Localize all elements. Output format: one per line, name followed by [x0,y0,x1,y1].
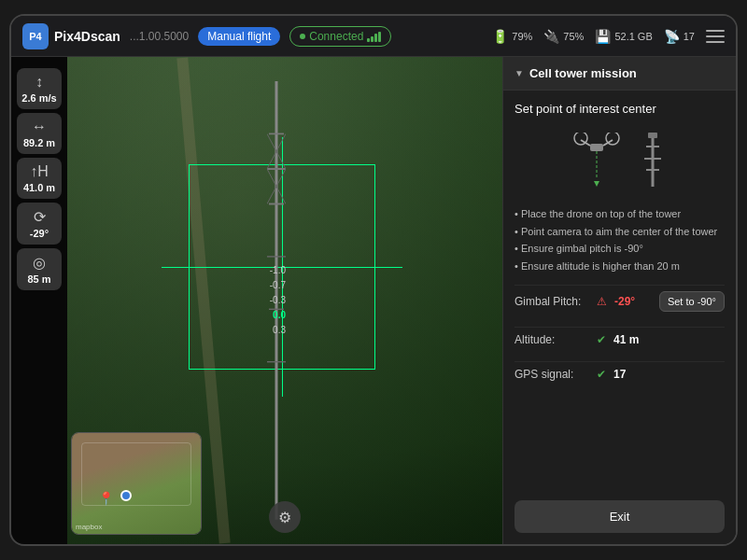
storage-icon: 💾 [595,29,611,44]
gps-param-value: 17 [613,368,626,381]
signal-bars [367,31,381,42]
gps-ok-icon: ✔ [597,368,606,381]
alt-scale-3: -0.3 [270,293,286,308]
signal-bar-3 [374,34,377,42]
main-content: ↕ 2.6 m/s ↔ 89.2 m ↑H 41.0 m ⟳ -29° ◎ 85… [11,57,736,544]
alt-scale-2: -0.7 [270,278,286,293]
gimbal-icon: ⟳ [34,208,46,226]
battery1-icon: 🔋 [492,29,508,44]
signal-bar-4 [378,32,381,42]
gimbal-value: -29° [30,228,49,239]
gimbal-pitch-value: -29° [614,295,635,308]
speed-value: 2.6 m/s [21,92,56,104]
flight-mode-badge[interactable]: Manual flight [198,27,280,46]
altitude-row: Altitude: ✔ 41 m [514,327,725,352]
storage-value: 52.1 GB [614,31,652,42]
instruction-bullets: Place the drone on top of the tower Poin… [514,205,725,275]
connected-dot [300,34,305,39]
battery2-icon: 🔌 [543,29,559,44]
right-panel: ▼ Cell tower mission Set point of intere… [502,57,736,544]
gps-row: GPS signal: ✔ 17 [514,361,725,386]
logo-area: P4 Pix4Dscan [22,23,120,49]
gps-value: 17 [684,31,695,42]
distance-icon: ↔ [32,119,47,135]
connected-label: Connected [309,30,363,43]
set-gimbal-button[interactable]: Set to -90° [659,291,725,312]
panel-title: Cell tower mission [529,66,637,80]
mini-map[interactable]: 📍 mapbox [71,432,202,535]
altitude-param-value: 41 m [613,333,639,346]
sidebar-radius: ◎ 85 m [17,248,62,290]
storage-status: 💾 52.1 GB [595,29,652,44]
svg-marker-17 [594,181,599,187]
altitude-value: 41.0 m [23,182,55,193]
gimbal-warning-icon: ⚠ [597,295,607,308]
svg-point-15 [606,133,619,145]
app-logo: P4 [22,23,49,49]
connected-badge: Connected [289,26,391,47]
map-area[interactable]: -1.0 -0.7 -0.3 0.0 0.3 📍 mapbox [67,57,502,544]
exit-button[interactable]: Exit [514,500,725,533]
sidebar-altitude: ↑H 41.0 m [17,158,62,199]
mini-map-drone-dot [120,490,132,501]
bullet-2: Point camera to aim the center of the to… [514,223,725,241]
svg-point-14 [574,133,587,145]
alt-scale-1: -1.0 [270,263,286,278]
panel-header: ▼ Cell tower mission [503,57,736,91]
settings-button[interactable]: ⚙ [269,501,301,533]
aerial-background: -1.0 -0.7 -0.3 0.0 0.3 📍 mapbox [67,57,502,544]
altitude-ok-icon: ✔ [597,333,606,346]
altitude-icon: ↑H [30,163,49,180]
menu-button[interactable] [706,30,725,43]
mini-map-pin: 📍 [98,491,114,506]
gimbal-pitch-label: Gimbal Pitch: [514,295,589,308]
bullet-3: Ensure gimbal pitch is -90° [514,240,725,258]
signal-bar-2 [371,36,374,42]
speed-icon: ↕ [35,74,43,91]
gps-icon: 📡 [664,29,680,44]
mini-map-label: mapbox [76,523,102,531]
bullet-1: Place the drone on top of the tower [514,205,725,223]
battery2-value: 75% [563,31,584,42]
sidebar-speed: ↕ 2.6 m/s [17,68,62,109]
svg-rect-22 [648,133,657,138]
gimbal-pitch-row: Gimbal Pitch: ⚠ -29° Set to -90° [514,285,725,317]
alt-scale-4: 0.0 [273,308,286,323]
altitude-label: Altitude: [514,333,589,346]
sidebar-distance: ↔ 89.2 m [17,113,62,154]
altitude-scale: -1.0 -0.7 -0.3 0.0 0.3 [270,263,286,338]
bullet-4: Ensure altitude is higher than 20 m [514,258,725,275]
sidebar-gimbal: ⟳ -29° [17,203,62,245]
radius-value: 85 m [27,273,50,285]
version-badge: ...1.00.5000 [130,30,189,43]
distance-value: 89.2 m [23,137,55,148]
drone-diagram [514,125,725,196]
status-icons-group: 🔋 79% 🔌 75% 💾 52.1 GB 📡 17 [492,29,725,44]
radius-icon: ◎ [33,254,46,272]
drone-svg [573,133,620,189]
instruction-text: Set point of interest center [514,102,725,116]
tower-diagram-svg [639,133,667,189]
gps-status: 📡 17 [664,29,695,44]
battery1-value: 79% [512,31,532,42]
signal-bar-1 [367,38,370,42]
app-name: Pix4Dscan [54,29,120,44]
panel-body: Set point of interest center [503,91,736,493]
left-sidebar: ↕ 2.6 m/s ↔ 89.2 m ↑H 41.0 m ⟳ -29° ◎ 85… [11,57,67,544]
panel-collapse-icon[interactable]: ▼ [514,68,524,78]
mini-map-background: 📍 mapbox [72,433,201,534]
battery2-status: 🔌 75% [543,29,584,44]
battery1-status: 🔋 79% [492,29,532,44]
gps-signal-label: GPS signal: [514,368,589,381]
top-bar: P4 Pix4Dscan ...1.00.5000 Manual flight … [11,16,736,57]
alt-scale-5: 0.3 [273,323,286,338]
svg-rect-11 [590,144,603,151]
